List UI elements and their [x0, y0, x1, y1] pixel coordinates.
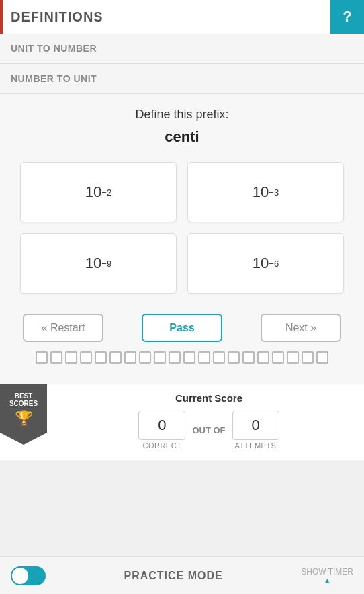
correct-col: 0 CORRECT — [138, 411, 185, 450]
progress-dot — [302, 351, 314, 364]
progress-dot — [183, 351, 195, 364]
progress-dot — [109, 351, 122, 364]
footer: PRACTICE MODE SHOW TIMER ▲ — [0, 556, 364, 594]
footer-label: PRACTICE MODE — [46, 570, 301, 582]
progress-dots — [20, 351, 344, 364]
answer-card-1[interactable]: 10−2 — [20, 162, 177, 222]
progress-dot — [50, 351, 62, 364]
score-section: BEST SCORES 🏆 Current Score 0 CORRECT OU… — [0, 384, 364, 460]
app-title: DEFINITIONS — [3, 9, 330, 25]
progress-dot — [272, 351, 284, 364]
toggle-knob — [12, 568, 28, 584]
answer-grid: 10−2 10−3 10−9 10−6 — [20, 162, 344, 294]
answer-exp-4: −6 — [269, 259, 279, 269]
progress-dot — [65, 351, 77, 364]
answer-card-4[interactable]: 10−6 — [187, 233, 344, 294]
tab-number-to-unit[interactable]: NUMBER TO UNIT — [0, 64, 364, 94]
best-scores-line2: SCORES — [9, 400, 38, 407]
answer-exp-3: −9 — [101, 259, 111, 269]
progress-dot — [228, 351, 240, 364]
best-scores-line1: BEST — [15, 392, 33, 400]
progress-dot — [213, 351, 225, 364]
progress-dot — [154, 351, 166, 364]
tab-unit-to-number[interactable]: UNIT TO NUMBER — [0, 34, 364, 64]
attempts-col: 0 ATTEMPTS — [232, 411, 279, 450]
answer-exp-2: −3 — [269, 187, 279, 198]
main-content: Define this prefix: centi 10−2 10−3 10−9… — [0, 94, 364, 384]
show-timer-button[interactable]: SHOW TIMER ▲ — [301, 567, 353, 584]
progress-dot — [257, 351, 269, 364]
progress-dot — [316, 351, 328, 364]
progress-dot — [124, 351, 136, 364]
app-header: DEFINITIONS ? — [0, 0, 364, 34]
help-button[interactable]: ? — [330, 0, 364, 34]
progress-dot — [169, 351, 181, 364]
answer-card-2[interactable]: 10−3 — [187, 162, 344, 222]
out-of-text: OUT OF — [192, 425, 225, 435]
attempts-value: 0 — [232, 411, 279, 440]
progress-dot — [95, 351, 107, 364]
progress-dot — [139, 351, 151, 364]
attempts-label: ATTEMPTS — [235, 441, 277, 450]
progress-dot — [198, 351, 210, 364]
score-content: Current Score 0 CORRECT OUT OF 0 ATTEMPT… — [64, 392, 353, 450]
next-button[interactable]: Next » — [261, 314, 341, 342]
score-title: Current Score — [64, 392, 353, 404]
progress-dot — [287, 351, 299, 364]
progress-dot — [242, 351, 255, 364]
correct-label: CORRECT — [142, 441, 181, 450]
correct-value: 0 — [138, 411, 185, 440]
quiz-word: centi — [20, 128, 344, 146]
progress-dot — [36, 351, 48, 364]
answer-card-3[interactable]: 10−9 — [20, 233, 177, 294]
restart-button[interactable]: « Restart — [23, 314, 103, 342]
score-values: 0 CORRECT OUT OF 0 ATTEMPTS — [64, 411, 353, 450]
best-scores-badge[interactable]: BEST SCORES 🏆 — [0, 384, 47, 445]
action-buttons: « Restart Pass Next » — [20, 314, 344, 342]
trophy-icon: 🏆 — [15, 410, 33, 427]
answer-exp-1: −2 — [101, 187, 111, 198]
show-timer-label: SHOW TIMER — [301, 567, 353, 577]
question-prompt: Define this prefix: — [20, 108, 344, 122]
practice-mode-toggle[interactable] — [11, 566, 46, 585]
progress-dot — [80, 351, 92, 364]
timer-arrow-icon: ▲ — [324, 577, 330, 584]
pass-button[interactable]: Pass — [142, 314, 222, 342]
